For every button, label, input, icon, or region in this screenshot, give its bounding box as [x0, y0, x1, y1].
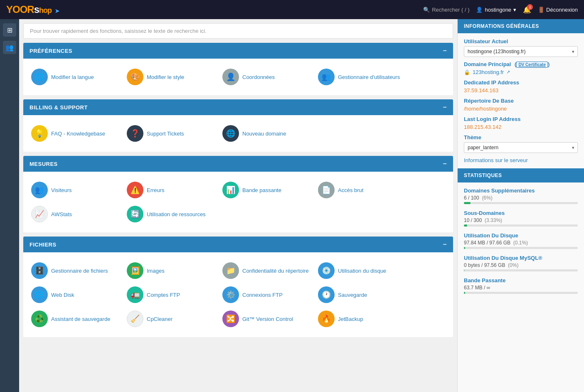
menu-item-label-awstats: AWStats — [51, 211, 72, 217]
menu-item-label-visiteurs: Visiteurs — [51, 187, 72, 193]
nav-bell[interactable]: 🔔 1 — [523, 6, 531, 14]
menu-item-modifier-langue[interactable]: 🌐 Modifier la langue — [30, 67, 121, 87]
domaine-label-text: Domaine Principal — [464, 61, 511, 67]
menu-item-icon-git: 🔀 — [222, 311, 239, 327]
menu-item-web-disk[interactable]: 🌐 Web Disk — [30, 285, 121, 305]
search-box[interactable]: 🔍 Rechercher ( / ) — [423, 7, 469, 13]
stat-value-utilisation-disque: 97.84 MB / 97.66 GB (0.1%) — [464, 240, 578, 246]
stat-label-utilisation-disque-mysql: Utilisation Du Disque MySQL® — [464, 255, 578, 261]
progress-bar-domaines-supplementaires — [464, 202, 578, 204]
nav-logout[interactable]: 🚪 Déconnexion — [538, 7, 578, 13]
stats-header: STATISTIQUES — [458, 168, 584, 182]
left-sidebar: ⊞ 👥 — [0, 19, 19, 392]
menu-item-icon-web-disk: 🌐 — [31, 286, 48, 303]
repertoire-value: /home/hostingone — [464, 106, 578, 112]
menu-item-utilisation-ressources[interactable]: 🔄 Utilisation de ressources — [125, 204, 217, 224]
menu-item-visiteurs[interactable]: 👥 Visiteurs — [30, 180, 121, 200]
menu-item-modifier-style[interactable]: 🎨 Modifier le style — [125, 67, 217, 87]
menu-item-tickets[interactable]: ❓ Support Tickets — [125, 123, 217, 143]
menu-item-label-jetbackup: JetBackup — [338, 316, 363, 322]
theme-select[interactable]: paper_lantern — [464, 142, 578, 153]
brand-logo[interactable]: YOORshop ➤ — [6, 4, 59, 15]
menu-item-icon-images: 🖼️ — [127, 262, 143, 279]
menu-item-images[interactable]: 🖼️ Images — [125, 261, 217, 281]
menu-item-label-comptes-ftp: Comptes FTP — [147, 292, 180, 298]
menu-item-bande-passante[interactable]: 📊 Bande passante — [221, 180, 312, 200]
logo-shop-suffix: hop — [39, 6, 52, 15]
utilisateur-select[interactable]: hostingone (123hosting.fr) — [464, 46, 578, 57]
stat-value-sous-domaines: 10 / 300 (3.33%) — [464, 217, 578, 223]
menu-item-icon-connexions-ftp: ⚙️ — [222, 286, 239, 303]
menu-item-icon-gestionnaire-fichiers: 🗄️ — [31, 262, 48, 279]
menu-item-label-erreurs: Erreurs — [147, 187, 165, 193]
menu-item-label-assistant-sauvegarde: Assistant de sauvegarde — [51, 316, 110, 322]
dv-badge[interactable]: DV Certificate — [516, 62, 548, 68]
menu-item-nouveau-domaine[interactable]: 🌐 Nouveau domaine — [221, 123, 312, 143]
menu-item-cpcleaner[interactable]: 🧹 CpCleaner — [125, 309, 217, 329]
domain-link[interactable]: 123hosting.fr — [473, 69, 504, 75]
stat-label-sous-domaines: Sous-Domaines — [464, 210, 578, 216]
menu-item-icon-awstats: 📈 — [31, 206, 48, 222]
section-mesures: MESURES− 👥 Visiteurs ⚠️ Erreurs 📊 Bande … — [23, 156, 453, 232]
menu-item-label-connexions-ftp: Connexions FTP — [242, 292, 283, 298]
menu-item-jetbackup[interactable]: 🔥 JetBackup — [316, 309, 408, 329]
menu-item-confidentialite[interactable]: 📁 Confidentialité du répertoire — [221, 261, 312, 281]
menu-item-coordonnees[interactable]: 👤 Coordonnées — [221, 67, 312, 87]
dedicated-ip-label: Dedicated IP Address — [464, 79, 578, 86]
section-toggle-icon: − — [443, 47, 447, 54]
menu-item-acces-brut[interactable]: 📄 Accès brut — [316, 180, 408, 200]
menu-item-erreurs[interactable]: ⚠️ Erreurs — [125, 180, 217, 200]
menu-item-icon-modifier-style: 🎨 — [127, 69, 143, 85]
menu-item-assistant-sauvegarde[interactable]: ♻️ Assistant de sauvegarde — [30, 309, 121, 329]
sidebar-users-icon[interactable]: 👥 — [3, 41, 16, 54]
menu-item-label-faq: FAQ - Knowledgebase — [51, 131, 105, 137]
progress-fill-domaines-supplementaires — [464, 202, 471, 204]
stat-utilisation-disque-mysql: Utilisation Du Disque MySQL® 0 bytes / 9… — [464, 255, 578, 271]
server-info-link[interactable]: Informations sur le serveur — [464, 157, 528, 163]
section-header-preferences[interactable]: PRÉFÉRENCES− — [23, 43, 453, 59]
progress-bar-utilisation-disque — [464, 247, 578, 249]
progress-bar-sous-domaines — [464, 224, 578, 227]
search-icon: 🔍 — [423, 7, 430, 13]
menu-item-git[interactable]: 🔀 Git™ Version Control — [221, 309, 312, 329]
menu-item-label-modifier-langue: Modifier la langue — [51, 74, 94, 80]
section-header-fichiers[interactable]: FICHIERS− — [23, 237, 453, 252]
section-fichiers: FICHIERS− 🗄️ Gestionnaire de fichiers 🖼️… — [23, 237, 453, 337]
menu-item-gestionnaire-utilisateurs[interactable]: 👥 Gestionnaire d'utilisateurs — [316, 67, 408, 87]
menu-item-icon-comptes-ftp: 🚛 — [127, 286, 143, 303]
menu-item-utilisation-disque[interactable]: 💿 Utilisation du disque — [316, 261, 408, 281]
menu-item-comptes-ftp[interactable]: 🚛 Comptes FTP — [125, 285, 217, 305]
progress-bar-utilisation-disque-mysql — [464, 269, 578, 271]
logo-text: YOORshop ➤ — [6, 4, 59, 15]
external-link-icon[interactable]: ↗ — [506, 69, 510, 75]
stat-bande-passante: Bande Passante 63.7 MB / ∞ — [464, 277, 578, 294]
menu-item-sauvegarde[interactable]: 🕐 Sauvegarde — [316, 285, 408, 305]
stat-domaines-supplementaires: Domaines Supplémentaires 6 / 100 (6%) — [464, 187, 578, 204]
last-login-label: Last Login IP Address — [464, 116, 578, 122]
menu-item-gestionnaire-fichiers[interactable]: 🗄️ Gestionnaire de fichiers — [30, 261, 121, 281]
domaine-label: Domaine Principal (DV Certificate) — [464, 61, 578, 67]
menu-item-icon-confidentialite: 📁 — [222, 262, 239, 279]
section-header-billing[interactable]: BILLING & SUPPORT− — [23, 99, 453, 115]
stat-value-bande-passante: 63.7 MB / ∞ — [464, 285, 578, 291]
section-body-preferences: 🌐 Modifier la langue 🎨 Modifier le style… — [23, 59, 453, 95]
menu-item-label-modifier-style: Modifier le style — [147, 74, 184, 80]
menu-item-icon-cpcleaner: 🧹 — [127, 311, 143, 327]
menu-item-faq[interactable]: 💡 FAQ - Knowledgebase — [30, 123, 121, 143]
sidebar-grid-icon[interactable]: ⊞ — [3, 23, 16, 37]
stat-label-bande-passante: Bande Passante — [464, 277, 578, 284]
menu-item-awstats[interactable]: 📈 AWStats — [30, 204, 121, 224]
section-toggle-icon: − — [443, 241, 447, 248]
chevron-down-icon: ▾ — [513, 7, 516, 13]
section-title: PRÉFÉRENCES — [30, 48, 72, 54]
menu-item-icon-utilisation-ressources: 🔄 — [127, 206, 143, 222]
progress-bar-bande-passante — [464, 292, 578, 294]
menu-item-connexions-ftp[interactable]: ⚙️ Connexions FTP — [221, 285, 312, 305]
section-header-mesures[interactable]: MESURES− — [23, 156, 453, 172]
function-search-bar[interactable]: Pour trouver rapidement des fonctions, s… — [23, 23, 453, 39]
menu-item-icon-assistant-sauvegarde: ♻️ — [31, 311, 48, 327]
menu-item-label-bande-passante: Bande passante — [242, 187, 281, 193]
sections-container: PRÉFÉRENCES− 🌐 Modifier la langue 🎨 Modi… — [23, 43, 453, 337]
last-login-value: 188.215.43.142 — [464, 124, 578, 130]
nav-user[interactable]: 👤 hostingone ▾ — [476, 7, 516, 13]
